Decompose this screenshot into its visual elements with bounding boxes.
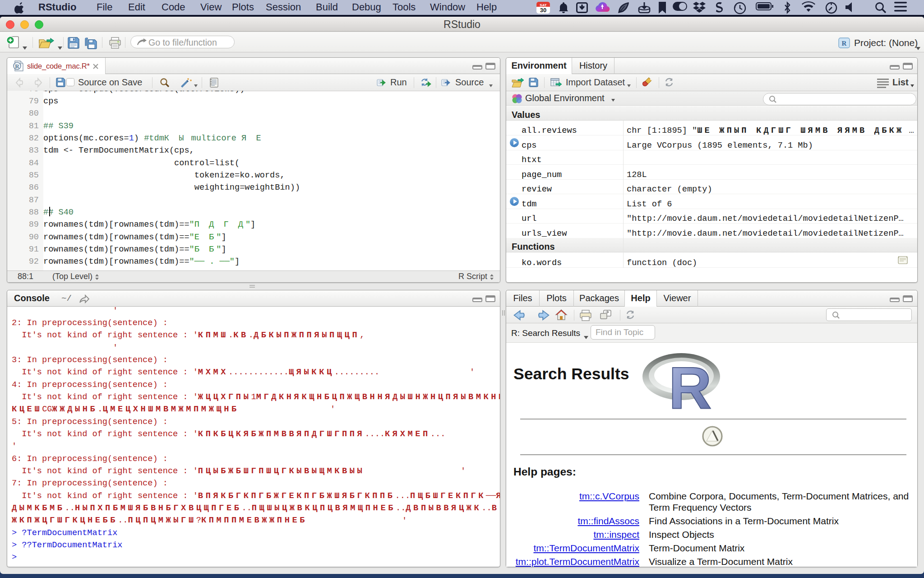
svg-text:R: R bbox=[15, 63, 19, 70]
svg-text:30: 30 bbox=[540, 7, 546, 14]
svg-text:R: R bbox=[669, 354, 711, 421]
svg-text:R: R bbox=[842, 40, 847, 47]
